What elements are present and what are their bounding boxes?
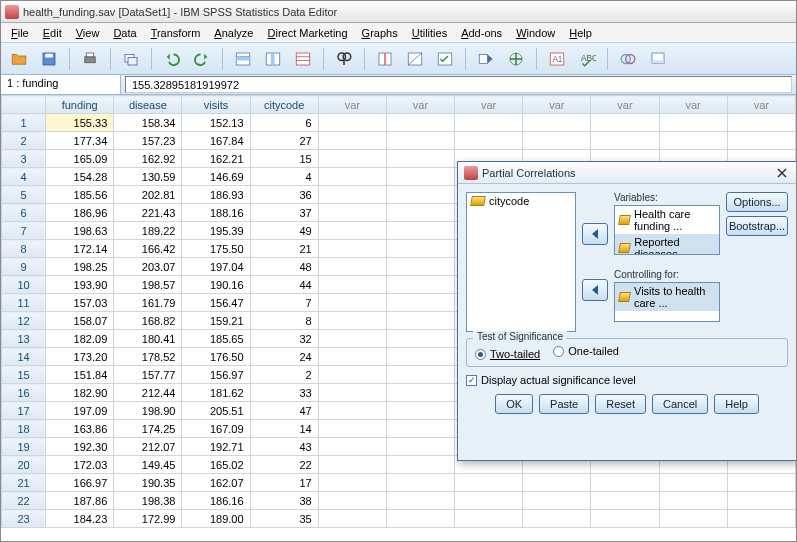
cell[interactable]: 154.28 (46, 168, 114, 186)
cell[interactable]: 43 (250, 438, 318, 456)
move-to-controlling-button[interactable] (582, 279, 608, 301)
cell[interactable] (386, 510, 454, 528)
print-button[interactable] (78, 47, 102, 71)
cell[interactable]: 175.50 (182, 240, 250, 258)
list-item[interactable]: citycode (467, 193, 575, 209)
reset-button[interactable]: Reset (595, 394, 646, 414)
cell[interactable]: 172.14 (46, 240, 114, 258)
column-header[interactable]: disease (114, 96, 182, 114)
cell[interactable]: 178.52 (114, 348, 182, 366)
cell[interactable] (386, 240, 454, 258)
cell[interactable] (659, 474, 727, 492)
run-script-button[interactable] (646, 47, 670, 71)
cell[interactable]: 172.03 (46, 456, 114, 474)
goto-variable-button[interactable] (261, 47, 285, 71)
cell[interactable]: 190.35 (114, 474, 182, 492)
menu-data[interactable]: Data (107, 25, 142, 41)
move-to-variables-button[interactable] (582, 223, 608, 245)
split-file-button[interactable] (373, 47, 397, 71)
undo-button[interactable] (160, 47, 184, 71)
cell[interactable] (659, 510, 727, 528)
cell[interactable]: 203.07 (114, 258, 182, 276)
controlling-list[interactable]: Visits to health care ... (614, 282, 720, 322)
spell-check-button[interactable]: ABC (575, 47, 599, 71)
cell[interactable] (727, 510, 795, 528)
menu-utilities[interactable]: Utilities (406, 25, 453, 41)
cell[interactable] (591, 510, 659, 528)
cell[interactable] (318, 492, 386, 510)
cell[interactable] (318, 204, 386, 222)
cell[interactable] (659, 132, 727, 150)
cell[interactable]: 149.45 (114, 456, 182, 474)
row-number[interactable]: 21 (2, 474, 46, 492)
cell[interactable] (386, 186, 454, 204)
cell[interactable]: 182.90 (46, 384, 114, 402)
row-number[interactable]: 16 (2, 384, 46, 402)
row-number[interactable]: 8 (2, 240, 46, 258)
cell[interactable] (318, 348, 386, 366)
row-number[interactable]: 10 (2, 276, 46, 294)
cell[interactable] (386, 222, 454, 240)
cell[interactable] (727, 132, 795, 150)
open-file-button[interactable] (7, 47, 31, 71)
cell[interactable]: 165.09 (46, 150, 114, 168)
column-header[interactable]: visits (182, 96, 250, 114)
cell[interactable] (318, 168, 386, 186)
cell[interactable]: 21 (250, 240, 318, 258)
cell[interactable]: 186.96 (46, 204, 114, 222)
cell[interactable]: 157.77 (114, 366, 182, 384)
two-tailed-radio[interactable]: Two-tailed (475, 348, 540, 360)
cell[interactable] (386, 402, 454, 420)
dialog-close-button[interactable] (774, 165, 790, 181)
cell[interactable]: 188.16 (182, 204, 250, 222)
cell[interactable] (727, 474, 795, 492)
row-number[interactable]: 7 (2, 222, 46, 240)
cell[interactable] (386, 438, 454, 456)
cell[interactable] (591, 132, 659, 150)
row-number[interactable]: 20 (2, 456, 46, 474)
cell[interactable] (727, 114, 795, 132)
cell[interactable] (386, 348, 454, 366)
cell[interactable] (318, 420, 386, 438)
table-row[interactable]: 2177.34157.23167.8427 (2, 132, 796, 150)
help-button[interactable]: Help (714, 394, 759, 414)
cell[interactable] (386, 204, 454, 222)
cell[interactable] (386, 366, 454, 384)
use-sets-button[interactable] (504, 47, 528, 71)
rownum-header[interactable] (2, 96, 46, 114)
cell-value-input[interactable]: 155.32895181919972 (125, 76, 792, 93)
column-header[interactable]: var (591, 96, 659, 114)
show-all-vars-button[interactable]: A1 (545, 47, 569, 71)
cell[interactable]: 186.93 (182, 186, 250, 204)
cell[interactable]: 202.81 (114, 186, 182, 204)
table-row[interactable]: 22187.86198.38186.1638 (2, 492, 796, 510)
row-number[interactable]: 23 (2, 510, 46, 528)
variables-list[interactable]: Health care funding ...Reported diseases… (614, 205, 720, 255)
dialog-titlebar[interactable]: Partial Correlations (458, 162, 796, 184)
cell[interactable]: 162.07 (182, 474, 250, 492)
cell[interactable]: 172.99 (114, 510, 182, 528)
cell[interactable] (318, 132, 386, 150)
cell[interactable] (591, 474, 659, 492)
cell[interactable] (318, 366, 386, 384)
cell[interactable]: 24 (250, 348, 318, 366)
cell[interactable]: 198.90 (114, 402, 182, 420)
cell[interactable] (318, 312, 386, 330)
row-number[interactable]: 13 (2, 330, 46, 348)
cell[interactable] (318, 384, 386, 402)
goto-case-button[interactable] (231, 47, 255, 71)
list-item[interactable]: Reported diseases ... (615, 234, 719, 255)
cell[interactable]: 187.86 (46, 492, 114, 510)
cell[interactable]: 182.09 (46, 330, 114, 348)
column-header[interactable]: var (386, 96, 454, 114)
menu-graphs[interactable]: Graphs (356, 25, 404, 41)
cell[interactable] (455, 114, 523, 132)
cell[interactable] (318, 402, 386, 420)
menu-transform[interactable]: Transform (145, 25, 207, 41)
cell[interactable]: 146.69 (182, 168, 250, 186)
cell[interactable]: 37 (250, 204, 318, 222)
cell[interactable]: 44 (250, 276, 318, 294)
column-header[interactable]: var (455, 96, 523, 114)
cell[interactable] (386, 276, 454, 294)
cell[interactable]: 189.22 (114, 222, 182, 240)
